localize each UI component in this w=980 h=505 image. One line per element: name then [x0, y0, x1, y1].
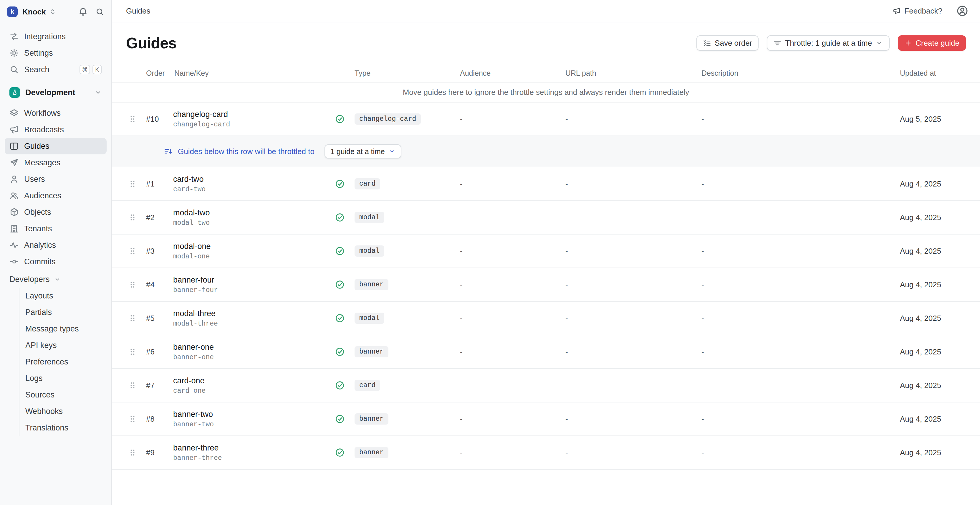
drag-handle[interactable] — [128, 314, 137, 323]
messages-icon — [10, 158, 19, 167]
guide-name: banner-three — [173, 443, 219, 452]
drag-handle[interactable] — [128, 381, 137, 390]
sidebar-item-tenants[interactable]: Tenants — [5, 220, 107, 237]
workspace-switcher[interactable]: k Knock — [0, 0, 111, 24]
sidebar-subitem-preferences[interactable]: Preferences — [19, 354, 111, 370]
sidebar-item-search[interactable]: Search ⌘ K — [5, 61, 107, 78]
guide-audience: - — [455, 179, 561, 188]
guide-row-banner-one[interactable]: #6 banner-one banner-one banner - - - Au… — [112, 335, 980, 369]
topbar: Guides Feedback? — [112, 0, 980, 22]
sidebar-subitem-logs[interactable]: Logs — [19, 370, 111, 387]
drag-handle[interactable] — [128, 179, 137, 188]
broadcasts-icon — [10, 125, 19, 134]
search-icon[interactable] — [95, 7, 104, 16]
guide-url-path: - — [561, 381, 697, 390]
throttle-count-dropdown[interactable]: 1 guide at a time — [325, 144, 401, 159]
app-window: k Knock Integrations Settings Search ⌘ K — [0, 0, 980, 505]
drag-handle[interactable] — [128, 280, 137, 289]
throttle-sliders-icon — [773, 39, 781, 47]
drag-handle[interactable] — [128, 414, 137, 424]
k-keycap: K — [92, 65, 102, 74]
drag-handle[interactable] — [128, 347, 137, 356]
guide-updated-at: Aug 4, 2025 — [895, 314, 966, 323]
sidebar-item-label: Settings — [24, 49, 53, 58]
sidebar-subitem-translations[interactable]: Translations — [19, 419, 111, 436]
throttle-dropdown-button[interactable]: Throttle: 1 guide at a time — [767, 35, 889, 51]
sidebar-item-users[interactable]: Users — [5, 171, 107, 187]
sidebar-item-objects[interactable]: Objects — [5, 204, 107, 220]
sidebar-item-broadcasts[interactable]: Broadcasts — [5, 121, 107, 138]
search-icon — [10, 65, 19, 74]
sidebar-subitem-api-keys[interactable]: API keys — [19, 337, 111, 354]
sidebar-subitem-label: Partials — [25, 308, 52, 317]
guide-row-card-two[interactable]: #1 card-two card-two card - - - Aug 4, 2… — [112, 167, 980, 201]
active-check-icon — [335, 414, 345, 424]
sidebar-item-commits[interactable]: Commits — [5, 253, 107, 270]
throttle-label: Throttle: 1 guide at a time — [785, 38, 872, 48]
guide-audience: - — [455, 414, 561, 424]
sidebar-item-settings[interactable]: Settings — [5, 45, 107, 61]
feedback-button[interactable]: Feedback? — [892, 6, 942, 16]
guide-row-modal-two[interactable]: #2 modal-two modal-two modal - - - Aug 4… — [112, 201, 980, 234]
throttle-sort-icon — [164, 147, 173, 156]
sidebar-item-label: Broadcasts — [24, 125, 64, 134]
guide-type-badge: card — [355, 380, 380, 391]
breadcrumb: Guides — [126, 6, 150, 16]
active-check-icon — [335, 448, 345, 457]
guide-row-card-one[interactable]: #7 card-one card-one card - - - Aug 4, 2… — [112, 369, 980, 403]
guide-type-badge: banner — [355, 447, 388, 458]
sidebar-subitem-label: Webhooks — [25, 407, 63, 416]
sidebar-subitem-sources[interactable]: Sources — [19, 387, 111, 403]
sidebar: k Knock Integrations Settings Search ⌘ K — [0, 0, 112, 505]
sidebar-subitem-label: API keys — [25, 341, 57, 350]
create-guide-button[interactable]: Create guide — [898, 35, 966, 51]
workflows-icon — [10, 108, 19, 118]
sidebar-subitem-partials[interactable]: Partials — [19, 304, 111, 320]
sidebar-item-workflows[interactable]: Workflows — [5, 105, 107, 121]
sidebar-item-analytics[interactable]: Analytics — [5, 237, 107, 253]
guide-order: #2 — [142, 213, 170, 222]
sidebar-subitem-message-types[interactable]: Message types — [19, 320, 111, 337]
guide-description: - — [697, 115, 895, 124]
guide-audience: - — [455, 115, 561, 124]
sidebar-subitem-label: Sources — [25, 390, 54, 400]
developers-section-toggle[interactable]: Developers — [0, 271, 111, 288]
environment-icon — [10, 87, 20, 98]
guide-row-banner-four[interactable]: #4 banner-four banner-four banner - - - … — [112, 268, 980, 302]
sidebar-item-integrations[interactable]: Integrations — [5, 28, 107, 45]
guides-icon — [10, 142, 19, 151]
save-order-button[interactable]: Save order — [697, 35, 759, 51]
guide-row-banner-two[interactable]: #8 banner-two banner-two banner - - - Au… — [112, 403, 980, 436]
sidebar-item-audiences[interactable]: Audiences — [5, 187, 107, 204]
save-order-icon — [703, 39, 711, 47]
guide-updated-at: Aug 4, 2025 — [895, 280, 966, 289]
sidebar-subitem-webhooks[interactable]: Webhooks — [19, 403, 111, 419]
guide-url-path: - — [561, 280, 697, 289]
sidebar-item-guides[interactable]: Guides — [5, 138, 107, 155]
sidebar-item-label: Messages — [24, 158, 60, 167]
sidebar-item-label: Analytics — [24, 241, 56, 250]
guide-url-path: - — [561, 115, 697, 124]
sidebar-subitem-label: Logs — [25, 374, 43, 383]
throttle-divider-link[interactable]: Guides below this row will be throttled … — [178, 147, 315, 156]
drag-handle[interactable] — [128, 448, 137, 457]
sidebar-subitem-layouts[interactable]: Layouts — [19, 288, 111, 304]
drag-handle[interactable] — [128, 115, 137, 123]
guide-row-banner-three[interactable]: #9 banner-three banner-three banner - - … — [112, 436, 980, 470]
guide-updated-at: Aug 4, 2025 — [895, 213, 966, 222]
audiences-icon — [10, 191, 19, 200]
drag-handle[interactable] — [128, 213, 137, 222]
sidebar-item-messages[interactable]: Messages — [5, 155, 107, 171]
guide-row-modal-three[interactable]: #5 modal-three modal-three modal - - - A… — [112, 302, 980, 335]
guide-name: changelog-card — [173, 110, 228, 119]
notifications-bell-icon[interactable] — [78, 7, 88, 16]
environment-selector[interactable]: Development — [5, 84, 107, 101]
drag-handle[interactable] — [128, 247, 137, 255]
guide-url-path: - — [561, 347, 697, 357]
avatar[interactable] — [956, 5, 968, 17]
sidebar-main-items: Workflows Broadcasts Guides Messages Use… — [0, 105, 111, 270]
guide-url-path: - — [561, 414, 697, 424]
guide-row-modal-one[interactable]: #3 modal-one modal-one modal - - - Aug 4… — [112, 234, 980, 268]
guide-row-changelog-card[interactable]: #10 changelog-card changelog-card change… — [112, 102, 980, 135]
guide-description: - — [697, 414, 895, 424]
